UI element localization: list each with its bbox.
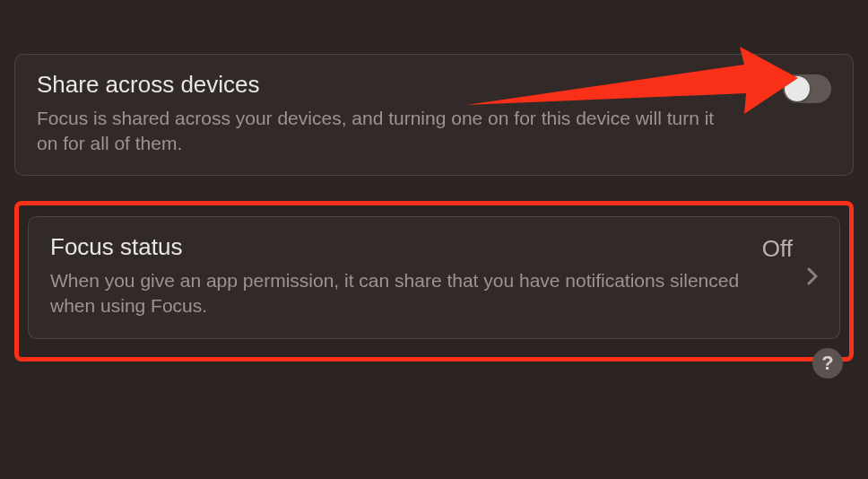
help-icon: ?: [821, 352, 833, 375]
chevron-right-icon: [807, 267, 818, 285]
share-across-devices-row: Share across devices Focus is shared acr…: [14, 54, 854, 176]
share-title: Share across devices: [37, 71, 831, 99]
focus-status-row[interactable]: Focus status When you give an app permis…: [28, 216, 840, 340]
share-toggle[interactable]: [783, 74, 831, 103]
help-button[interactable]: ?: [812, 348, 843, 379]
focus-status-value: Off: [762, 235, 793, 263]
annotation-highlight-box: Focus status When you give an app permis…: [14, 201, 854, 362]
focus-status-title: Focus status: [50, 233, 762, 261]
share-description: Focus is shared across your devices, and…: [37, 106, 727, 157]
toggle-knob: [785, 76, 810, 101]
focus-status-description: When you give an app permission, it can …: [50, 268, 741, 319]
